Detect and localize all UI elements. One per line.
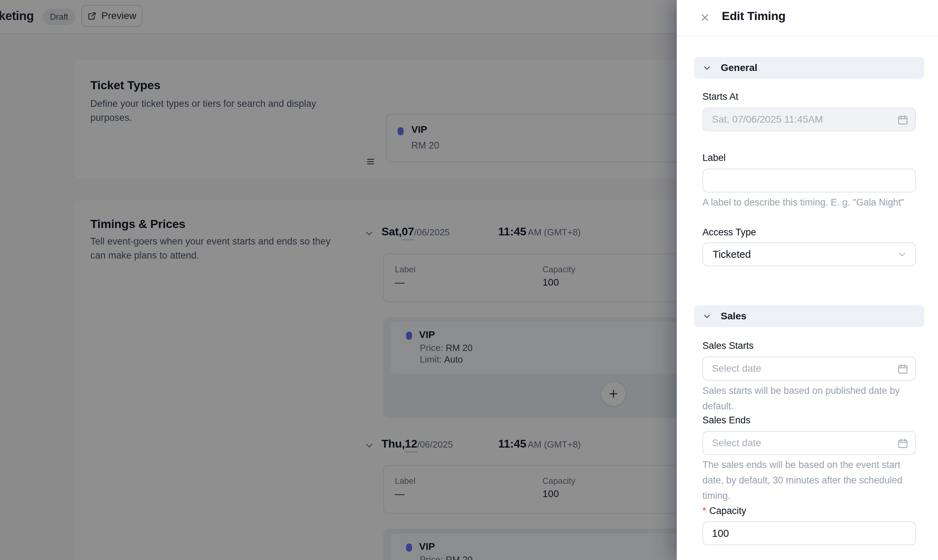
label-input[interactable] xyxy=(702,169,916,192)
external-link-icon xyxy=(87,11,97,21)
divider xyxy=(677,35,938,36)
timing-row-header[interactable]: Sat, 07 /06/2025 xyxy=(381,225,450,240)
sales-ends-helper: The sales ends will be based on the even… xyxy=(702,457,924,503)
screen: keting Draft Preview Ticket Types Define… xyxy=(0,0,938,560)
ticket-name: VIP xyxy=(411,124,427,135)
chevron-down-icon xyxy=(703,64,711,72)
ticket-color-dot xyxy=(398,127,404,135)
ticket-name: VIP xyxy=(419,329,435,340)
chevron-down-icon xyxy=(898,250,907,259)
chevron-down-icon xyxy=(703,312,711,320)
ticket-color-dot xyxy=(406,543,412,552)
label-field-label: Label xyxy=(702,152,726,163)
label-header: Label xyxy=(395,476,415,486)
capacity-value: 100 xyxy=(543,488,559,500)
required-mark: * xyxy=(702,506,706,516)
access-type-select[interactable]: Ticketed xyxy=(702,242,916,266)
starts-at-input[interactable] xyxy=(702,108,916,131)
label-value: — xyxy=(395,488,405,500)
access-type-label: Access Type xyxy=(702,227,756,238)
ticket-name: VIP xyxy=(419,541,435,552)
section-general[interactable]: General xyxy=(694,57,924,79)
chevron-down-icon[interactable] xyxy=(364,441,374,450)
section-sales-label: Sales xyxy=(721,311,747,322)
sales-starts-input[interactable] xyxy=(702,357,916,380)
section-sales[interactable]: Sales xyxy=(694,305,924,327)
drag-handle-icon[interactable] xyxy=(365,157,376,166)
preview-button[interactable]: Preview xyxy=(81,5,142,27)
timing-timezone: AM (GMT+8) xyxy=(528,227,581,238)
ticket-price: RM 20 xyxy=(411,140,440,151)
ticket-types-subtitle: Define your ticket types or tiers for se… xyxy=(90,97,340,125)
close-button[interactable] xyxy=(696,9,714,26)
event-title-partial: keting xyxy=(0,9,34,23)
preview-button-label: Preview xyxy=(101,10,136,22)
sales-starts-helper: Sales starts will be based on published … xyxy=(702,383,927,414)
label-header: Label xyxy=(395,265,415,274)
ticket-types-title: Ticket Types xyxy=(90,78,160,92)
ticket-price-line: Price: RM 20 xyxy=(420,554,472,560)
chevron-down-icon[interactable] xyxy=(364,229,374,238)
ticket-limit-line: Limit: Auto xyxy=(420,354,463,365)
timing-day: Thu, xyxy=(381,437,405,451)
panel-title: Edit Timing xyxy=(722,9,785,23)
calendar-icon[interactable] xyxy=(896,363,909,375)
starts-at-label: Starts At xyxy=(702,91,738,102)
calendar-icon[interactable] xyxy=(896,437,909,450)
edit-timing-panel: Edit Timing General Starts At Label A la… xyxy=(677,0,938,560)
status-badge: Draft xyxy=(43,9,75,25)
label-value: — xyxy=(395,277,405,288)
timings-title: Timings & Prices xyxy=(90,217,185,231)
timings-subtitle: Tell event-goers when your event starts … xyxy=(90,234,336,262)
label-helper-text: A label to describe this timing. E. g. "… xyxy=(702,195,919,210)
timing-date-rest: /06/2025 xyxy=(417,439,453,450)
capacity-value: 100 xyxy=(543,277,559,288)
sales-ends-input[interactable] xyxy=(702,431,916,455)
timing-date-rest: /06/2025 xyxy=(414,227,450,238)
ticket-price-line: Price: RM 20 xyxy=(420,343,472,354)
timing-day: Sat, xyxy=(381,225,402,238)
section-general-label: General xyxy=(721,62,757,74)
capacity-input[interactable] xyxy=(702,522,916,545)
sales-starts-label: Sales Starts xyxy=(702,340,754,351)
timing-time-value: 11:45 xyxy=(498,437,526,451)
timing-time-value: 11:45 xyxy=(498,225,526,238)
add-ticket-button[interactable] xyxy=(601,381,626,406)
timing-row-header[interactable]: Thu, 12 /06/2025 xyxy=(381,437,453,452)
access-type-value: Ticketed xyxy=(713,249,751,260)
timing-day-number-editable[interactable]: 07 xyxy=(402,225,415,240)
calendar-icon[interactable] xyxy=(896,114,909,126)
timing-time[interactable]: 11:45 AM (GMT+8) xyxy=(498,225,581,238)
sales-ends-label: Sales Ends xyxy=(702,415,751,426)
plus-icon xyxy=(608,388,619,400)
timing-time[interactable]: 11:45 AM (GMT+8) xyxy=(498,437,581,451)
capacity-header: Capacity xyxy=(543,476,575,486)
capacity-label: *Capacity xyxy=(702,506,747,517)
timing-day-number-editable[interactable]: 12 xyxy=(405,437,417,452)
timing-timezone: AM (GMT+8) xyxy=(528,439,581,450)
ticket-color-dot xyxy=(406,332,412,340)
close-icon xyxy=(699,12,711,23)
capacity-header: Capacity xyxy=(543,265,575,274)
